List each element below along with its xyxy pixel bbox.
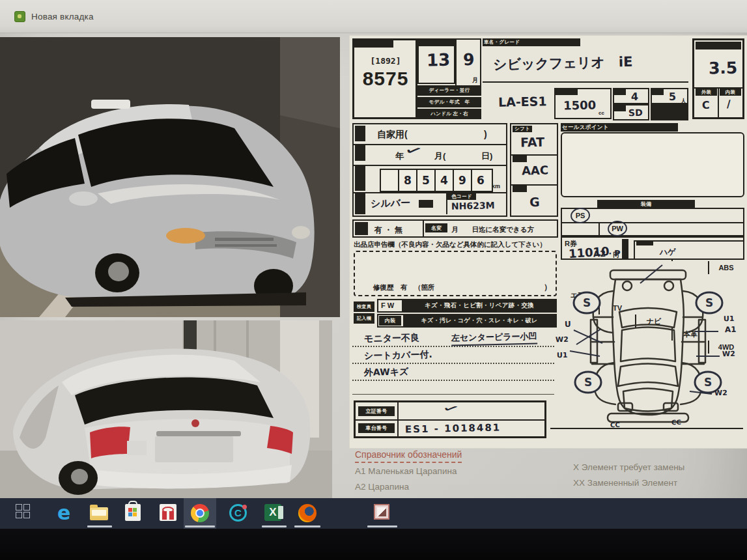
interior-value: /	[727, 98, 731, 110]
open-app-indicator	[262, 525, 287, 527]
report-label: 出品店申告欄（不良内容・欠品など具体的に記入して下さい）	[354, 240, 546, 249]
cert-number-value: ✓	[441, 401, 462, 417]
notes-area: モニター不良 左センターピラー小凹 シートカバー付. 外AWキズ	[352, 330, 557, 395]
open-app-indicator	[185, 525, 215, 527]
divider	[397, 402, 399, 419]
doors-box: 4	[613, 88, 649, 104]
wheel-mark: S	[704, 376, 712, 389]
year-value: 13	[427, 50, 451, 70]
namechange-right: 月 日迄に名変できる方	[451, 225, 534, 234]
divider	[562, 222, 743, 223]
diagram-code-right-u1: U1	[724, 315, 735, 323]
car-photo-front-image	[0, 37, 340, 317]
modelyear-row-label: モデル・年式 年	[417, 97, 481, 107]
wheel-mark: S	[583, 296, 591, 309]
shift-label: シフト	[513, 126, 532, 132]
note-pillar: 左センターピラー小凹	[451, 331, 537, 346]
divider	[423, 221, 424, 236]
equipment-bar-label: 装備	[597, 200, 695, 208]
legend-header[interactable]: Справочник обозначений	[355, 449, 462, 463]
chassis-number-value: ES1 - 1018481	[405, 421, 501, 435]
month-value: 9	[463, 50, 475, 69]
color-change-chip	[419, 200, 433, 208]
inspector-row-fw: F W キズ・飛石・ヒビ割・リペア跡・交換	[377, 299, 557, 313]
grade-value: 3.5	[709, 59, 738, 78]
circled-mark	[570, 206, 591, 224]
capacity-value: 5	[669, 91, 677, 103]
fuel-label-chip	[513, 186, 527, 192]
salespoint-label: セールスポイント	[561, 123, 678, 132]
damage-diagram: S S S S A2・P ハゲ U1 A1 W2	[550, 252, 744, 432]
edge-icon[interactable]: e	[57, 504, 77, 524]
odometer-digit: 4	[434, 170, 453, 191]
equipment-grid: PS PW AW SR ABS エアB TV ナビ 本革 4WD	[561, 208, 744, 236]
chrome-icon[interactable]	[191, 504, 210, 524]
legend-item-a1: A1 Маленькая Царапина	[355, 466, 457, 476]
report-box: 修復歴 有 （箇所 ）	[354, 251, 557, 296]
file-explorer-icon[interactable]	[90, 504, 109, 524]
divider	[397, 419, 399, 436]
diagram-code-bottom-right: CC	[671, 419, 681, 426]
start-button[interactable]	[16, 504, 35, 524]
odometer-digit	[381, 170, 398, 191]
odometer-label-chip	[355, 166, 365, 191]
lot-label-chip	[354, 40, 393, 48]
note-line	[352, 380, 554, 381]
inspector-row2-head: 内装	[379, 316, 401, 326]
usage-block: 自家用( ) 年 ✓ 月( 日) 8 5 4 9 6 km シルバー	[352, 123, 507, 217]
shift-value: FAT	[520, 135, 544, 150]
equip-column: シフト FAT AAC G	[510, 123, 558, 217]
namechange-prefix: 名変	[425, 223, 447, 232]
car-photo-front[interactable]	[0, 37, 340, 317]
shaken-label-chip	[355, 145, 365, 161]
displacement-unit: cc	[599, 110, 604, 116]
body-box: SD	[613, 104, 649, 120]
firefox-icon[interactable]	[298, 504, 318, 524]
car-photo-rear[interactable]	[0, 320, 332, 498]
odometer: 8 5 4 9 6	[380, 169, 493, 192]
color-code-label: 色コード	[447, 193, 476, 200]
inspector-row-interior: 内装 キズ・汚レ・コゲ・穴・スレ・キレ・破レ	[377, 314, 557, 328]
color-code-box: 色コード NH623M	[446, 193, 507, 214]
ac-label-chip	[513, 156, 527, 162]
diagram-code-hage: ハゲ	[660, 247, 676, 259]
odometer-unit: km	[492, 183, 500, 189]
browser-tab[interactable]: Новая вкладка	[7, 4, 164, 29]
fuel-value: G	[529, 195, 540, 209]
excel-icon[interactable]: X	[264, 504, 284, 524]
inspector-label: 検査員 記入欄	[354, 300, 376, 326]
monitor-bezel	[0, 529, 747, 560]
divider	[354, 144, 506, 145]
doors-value: 4	[631, 91, 639, 103]
repair-history: 修復歴 有 （箇所	[373, 283, 435, 292]
chassis-number-label: 車台番号	[358, 423, 395, 433]
grade-box: 3.5 外装 内装 C /	[692, 38, 744, 119]
doors-label-chip	[614, 89, 626, 95]
exterior-value: C	[702, 99, 710, 111]
diagram-code-rear-w2: W2	[714, 389, 727, 397]
inspector-row1-head: F W	[381, 301, 394, 309]
displacement-box: 1500 cc	[554, 88, 612, 119]
open-app-indicator	[294, 525, 320, 527]
lot-number: 8575	[354, 68, 417, 90]
photos-app-icon[interactable]	[374, 504, 393, 524]
inspector-row2-text: キズ・汚レ・コゲ・穴・スレ・キレ・破レ	[403, 315, 556, 326]
ticket-box-label-chip	[636, 240, 653, 245]
cert-number-label: 立証番号	[358, 406, 395, 416]
lot-bracket: [1892]	[354, 56, 417, 66]
note-line	[352, 394, 554, 395]
month-unit: 月	[472, 76, 478, 85]
displacement-label-chip	[556, 89, 578, 95]
damage-diagram-car: S S S S	[550, 252, 744, 432]
cleaner-icon[interactable]: C	[229, 504, 249, 524]
shaken-month: 月(	[434, 150, 445, 162]
shaken-day: 日)	[481, 150, 492, 162]
gift-app-icon[interactable]	[160, 504, 179, 524]
body-value: SD	[628, 107, 643, 118]
browser-topbar: Новая вкладка	[0, 0, 747, 33]
store-icon[interactable]	[125, 504, 145, 524]
note-line	[352, 363, 554, 364]
legend-item-xx: XX Замененный Элемент	[573, 478, 677, 488]
equipment-ps: PS	[562, 209, 599, 222]
divider	[718, 87, 719, 117]
